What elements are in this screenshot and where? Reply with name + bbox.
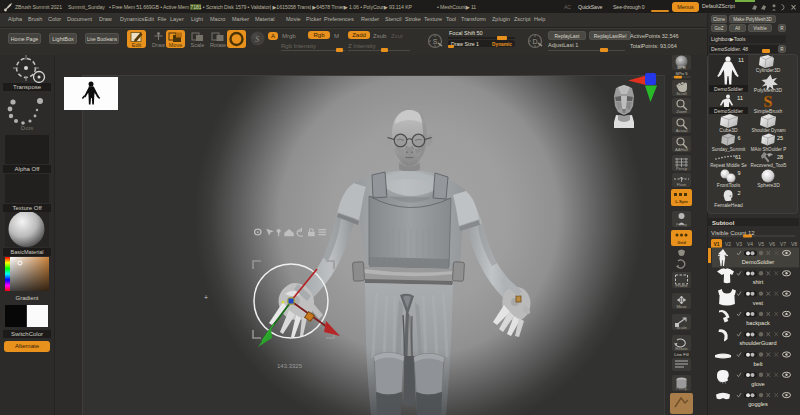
- svg-text:V5: V5: [758, 241, 764, 247]
- svg-text:shirt: shirt: [753, 279, 764, 285]
- svg-text:FrontTools: FrontTools: [717, 182, 741, 188]
- svg-text:Persp: Persp: [676, 222, 688, 227]
- svg-text:Sunday_Summit: Sunday_Summit: [712, 147, 746, 152]
- svg-text:Subtool: Subtool: [712, 220, 735, 226]
- svg-text:belt: belt: [753, 361, 762, 367]
- svg-text:Draw: Draw: [152, 42, 165, 48]
- svg-text:SimpleBrush: SimpleBrush: [754, 108, 783, 114]
- svg-text:V1: V1: [713, 241, 719, 247]
- svg-text:Line Fill: Line Fill: [674, 352, 688, 357]
- svg-text:Scale: Scale: [676, 325, 687, 330]
- svg-text:Cube3D: Cube3D: [719, 127, 738, 133]
- svg-text:Scroll: Scroll: [676, 91, 687, 96]
- svg-text:Move: Move: [169, 42, 182, 48]
- svg-text:D: D: [532, 38, 537, 45]
- svg-text:backpack: backpack: [746, 320, 770, 326]
- svg-text:25: 25: [777, 135, 783, 141]
- svg-text:DemoSoldier: DemoSoldier: [714, 108, 743, 114]
- svg-text:Persp: Persp: [676, 386, 688, 391]
- svg-text:11: 11: [737, 95, 744, 101]
- svg-text:V2: V2: [725, 241, 731, 247]
- svg-text:Zoom: Zoom: [676, 109, 687, 114]
- svg-text:Grid: Grid: [677, 240, 686, 245]
- svg-text:11: 11: [738, 57, 745, 63]
- svg-text:FemaleHead: FemaleHead: [714, 202, 743, 208]
- svg-text:shoulderGuard: shoulderGuard: [739, 340, 776, 346]
- svg-text:Move: Move: [676, 304, 687, 309]
- svg-text:V3: V3: [736, 241, 742, 247]
- svg-text:goggles: goggles: [748, 401, 768, 407]
- svg-text:glove: glove: [751, 381, 764, 387]
- svg-text:DemoSoldier: DemoSoldier: [742, 259, 774, 265]
- svg-text:9: 9: [737, 170, 740, 176]
- svg-text:6: 6: [737, 135, 740, 141]
- svg-text:S: S: [433, 38, 438, 45]
- svg-text:vest: vest: [753, 300, 764, 306]
- svg-text:Repeat Middle Se: Repeat Middle Se: [710, 163, 747, 168]
- svg-text:Edit: Edit: [132, 42, 142, 48]
- svg-text:Frame: Frame: [675, 283, 688, 288]
- svg-text:V7: V7: [780, 241, 786, 247]
- svg-text:Persp: Persp: [676, 166, 688, 171]
- svg-text:Sphere3D: Sphere3D: [757, 182, 780, 188]
- svg-text:DemoSoldier: DemoSoldier: [714, 86, 743, 92]
- svg-text:Recovered_Tool5: Recovered_Tool5: [751, 163, 787, 168]
- svg-text:AAHalf: AAHalf: [675, 147, 689, 152]
- svg-text:MAin ShOulder P: MAin ShOulder P: [751, 147, 787, 152]
- svg-text:Rotate: Rotate: [210, 42, 226, 48]
- svg-text:S: S: [255, 35, 259, 44]
- svg-text:28: 28: [777, 154, 783, 160]
- svg-text:Floor: Floor: [677, 182, 687, 187]
- svg-text:L.Sym: L.Sym: [675, 199, 688, 204]
- svg-text:Rotate: Rotate: [675, 346, 688, 351]
- svg-text:V4: V4: [747, 241, 753, 247]
- svg-text:BPR: BPR: [677, 65, 686, 70]
- svg-text:PolyMesh3D: PolyMesh3D: [754, 87, 783, 93]
- svg-text:2: 2: [737, 190, 740, 196]
- svg-text:61: 61: [735, 154, 741, 160]
- svg-text:Scale: Scale: [191, 42, 205, 48]
- svg-text:Shoulder Dynam: Shoulder Dynam: [751, 128, 785, 133]
- svg-text:V8: V8: [791, 241, 797, 247]
- svg-text:Actual: Actual: [676, 128, 688, 133]
- svg-text:SPix 5: SPix 5: [675, 71, 688, 76]
- svg-text:Cylinder3D: Cylinder3D: [756, 67, 781, 73]
- svg-text:V6: V6: [769, 241, 775, 247]
